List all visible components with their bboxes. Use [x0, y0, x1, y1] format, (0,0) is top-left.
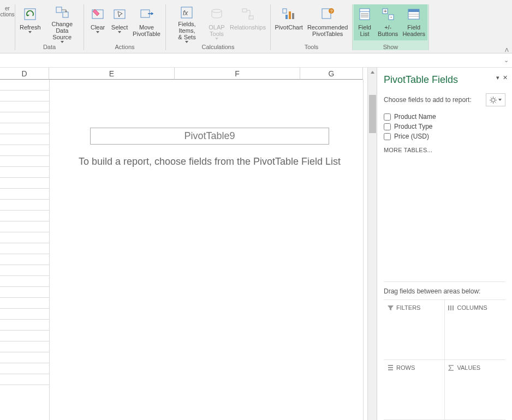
field-item[interactable]: Product Name	[384, 113, 505, 121]
olap-tools-button: OLAP Tools	[206, 4, 228, 40]
pivottable-hint: To build a report, choose fields from th…	[57, 154, 362, 169]
svg-rect-41	[450, 305, 451, 310]
dropdown-caret-icon	[96, 31, 99, 33]
area-label: FILTERS	[396, 304, 420, 311]
scrollbar-thumb[interactable]	[369, 95, 376, 133]
ribbon: er ctions Refresh Change Data Source Dat…	[0, 0, 512, 53]
field-list-icon	[356, 5, 373, 23]
svg-rect-13	[292, 13, 294, 19]
svg-rect-11	[285, 15, 288, 19]
refresh-button[interactable]: Refresh	[17, 4, 43, 40]
recommended-icon: ?	[319, 5, 336, 23]
area-label: ROWS	[396, 364, 415, 371]
svg-line-39	[491, 101, 492, 103]
pivottable-name-box: PivotTable9	[90, 128, 329, 145]
svg-line-36	[491, 98, 492, 99]
filter-icon	[387, 305, 394, 311]
field-list: Product Name Product Type Price (USD)	[384, 113, 505, 140]
vertical-scrollbar[interactable]	[367, 68, 377, 420]
database-icon	[208, 5, 225, 23]
field-headers-icon	[405, 5, 422, 23]
cursor-icon	[111, 5, 128, 23]
drop-areas: FILTERS COLUMNS ROWS	[384, 299, 505, 420]
ribbon-group-calculations: fx Fields, Items, & Sets OLAP Tools Rela…	[166, 4, 271, 50]
relationships-button: Relationships	[228, 4, 268, 40]
field-checkbox[interactable]	[384, 113, 391, 121]
svg-rect-14	[283, 9, 287, 13]
svg-text:-: -	[390, 14, 392, 20]
pane-subtitle: Choose fields to add to report:	[384, 96, 472, 104]
expand-formula-bar-icon[interactable]: ⌄	[504, 57, 509, 64]
eraser-icon	[89, 5, 106, 23]
svg-rect-40	[448, 305, 449, 310]
select-button[interactable]: Select	[109, 4, 130, 40]
svg-rect-1	[56, 7, 62, 13]
svg-rect-28	[408, 9, 419, 12]
move-icon	[138, 5, 155, 23]
collapse-ribbon-icon[interactable]: ᐱ	[505, 47, 509, 53]
svg-rect-10	[249, 16, 253, 19]
area-filters[interactable]: FILTERS	[384, 300, 445, 360]
rows-icon	[387, 365, 394, 371]
svg-rect-9	[242, 9, 247, 12]
scroll-up-button[interactable]	[368, 68, 377, 77]
svg-text:?: ?	[330, 9, 333, 14]
clear-button[interactable]: Clear	[87, 4, 109, 40]
dropdown-caret-icon	[28, 31, 32, 33]
partial-button[interactable]: er ctions	[0, 4, 17, 40]
pivotchart-icon	[280, 5, 297, 23]
close-pane-icon[interactable]: ✕	[503, 74, 508, 81]
field-list-button[interactable]: Field List	[354, 4, 376, 40]
field-checkbox[interactable]	[384, 133, 391, 140]
column-header[interactable]: F	[175, 68, 300, 80]
svg-point-31	[492, 98, 495, 101]
field-item[interactable]: Price (USD)	[384, 133, 505, 140]
move-pivottable-button[interactable]: Move PivotTable	[130, 4, 163, 40]
pane-layout-button[interactable]	[486, 93, 505, 106]
area-label: VALUES	[457, 364, 481, 371]
svg-rect-18	[360, 9, 370, 20]
formula-bar: ⌄	[0, 53, 512, 68]
change-data-source-button[interactable]: Change Data Source	[43, 4, 81, 40]
drag-hint: Drag fields between areas below:	[384, 281, 505, 295]
svg-text:+: +	[384, 8, 387, 14]
field-label: Price (USD)	[394, 133, 429, 140]
dropdown-caret-icon	[185, 41, 188, 43]
pivottable-name: PivotTable9	[184, 130, 235, 141]
pivottable-fields-pane: ▾ ✕ PivotTable Fields Choose fields to a…	[377, 68, 512, 420]
fields-items-sets-button[interactable]: fx Fields, Items, & Sets	[168, 4, 206, 40]
area-values[interactable]: VALUES	[445, 360, 506, 420]
ribbon-group-show: Field List +- +/- Buttons Field Headers …	[353, 4, 429, 50]
column-header[interactable]: G	[300, 68, 363, 80]
field-checkbox[interactable]	[384, 123, 391, 130]
sigma-icon	[448, 365, 455, 371]
recommended-pivottables-button[interactable]: ? Recommended PivotTables	[305, 4, 350, 40]
pivottable-placeholder[interactable]: PivotTable9 To build a report, choose fi…	[57, 92, 362, 414]
svg-rect-42	[453, 305, 454, 310]
more-tables-link[interactable]: MORE TABLES...	[384, 147, 505, 153]
column-header[interactable]: D	[0, 68, 49, 80]
dropdown-caret-icon	[498, 99, 502, 101]
ribbon-group-data: Refresh Change Data Source Data	[15, 4, 84, 50]
svg-rect-43	[388, 365, 393, 366]
svg-point-8	[212, 9, 222, 13]
column-header[interactable]: E	[49, 68, 175, 80]
worksheet[interactable]: D E F G PivotTable9 To build a report, c…	[0, 68, 367, 420]
area-columns[interactable]: COLUMNS	[445, 300, 506, 360]
svg-rect-44	[388, 367, 393, 368]
svg-rect-2	[63, 12, 68, 17]
field-headers-button[interactable]: Field Headers	[400, 4, 427, 40]
columns-icon	[448, 305, 455, 311]
pivotchart-button[interactable]: PivotChart	[273, 4, 305, 40]
refresh-icon	[21, 5, 39, 23]
pane-options-caret-icon[interactable]: ▾	[496, 74, 499, 81]
work-area: D E F G PivotTable9 To build a report, c…	[0, 68, 512, 420]
field-label: Product Name	[394, 113, 436, 121]
area-rows[interactable]: ROWS	[384, 360, 445, 420]
relationship-icon	[239, 5, 257, 23]
ribbon-group-tools: PivotChart ? Recommended PivotTables Too…	[271, 4, 353, 50]
field-item[interactable]: Product Type	[384, 123, 505, 130]
gear-icon	[490, 97, 497, 104]
plus-minus-buttons-button[interactable]: +- +/- Buttons	[376, 4, 400, 40]
pane-title: PivotTable Fields	[384, 74, 505, 86]
